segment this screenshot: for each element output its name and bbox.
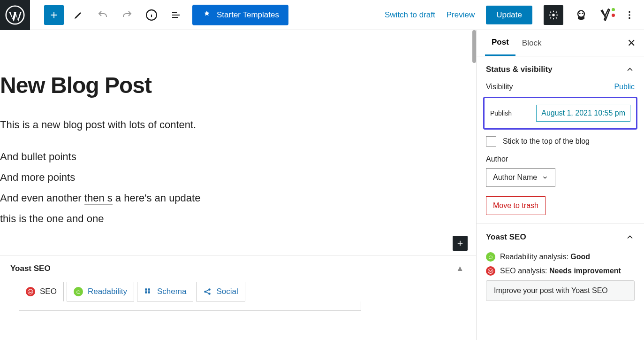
yoast-tab-seo[interactable]: ☹ SEO <box>19 282 64 301</box>
plugin-icon-1[interactable] <box>575 8 588 22</box>
yoast-metabox-title: Yoast SEO <box>10 264 51 273</box>
paragraph[interactable]: this is the one and one <box>0 211 476 227</box>
yoast-tab-schema[interactable]: Schema <box>137 282 193 301</box>
seo-analysis-row[interactable]: ☹ SEO analysis: Needs improvement <box>486 266 635 276</box>
visibility-value[interactable]: Public <box>614 83 635 91</box>
sticky-label: Stick to the top of the blog <box>503 137 590 146</box>
yoast-sidebar-panel: Yoast SEO ☺ Readability analysis: Good ☹… <box>477 224 644 309</box>
toolbar-left: Starter Templates <box>30 5 288 25</box>
wordpress-logo[interactable] <box>0 0 30 30</box>
svg-point-4 <box>579 12 581 14</box>
toolbar-right: Switch to draft Preview Update <box>385 5 644 25</box>
yoast-tab-readability[interactable]: ☺ Readability <box>67 282 134 301</box>
svg-point-6 <box>629 11 630 13</box>
yoast-icon[interactable] <box>599 8 613 22</box>
sidebar-tab-post[interactable]: Post <box>485 30 515 56</box>
publish-row-highlighted: Publish August 1, 2021 10:55 pm <box>483 97 637 130</box>
add-block-inline-button[interactable] <box>453 236 468 251</box>
chevron-up-icon <box>625 232 635 242</box>
paragraph[interactable]: And more points <box>0 170 476 185</box>
svg-point-2 <box>552 14 555 16</box>
switch-to-draft-link[interactable]: Switch to draft <box>385 10 435 20</box>
visibility-row: Visibility Public <box>486 83 635 91</box>
preview-link[interactable]: Preview <box>447 10 475 20</box>
visibility-label: Visibility <box>486 83 513 91</box>
sidebar-tabs: Post Block ✕ <box>477 30 644 56</box>
svg-rect-11 <box>145 292 147 294</box>
undo-icon[interactable] <box>93 5 113 25</box>
author-label: Author <box>486 155 635 163</box>
yoast-panel-header[interactable]: Yoast SEO <box>486 232 635 242</box>
sidebar-tab-block[interactable]: Block <box>515 31 548 55</box>
svg-rect-10 <box>148 289 150 291</box>
svg-point-5 <box>582 12 583 14</box>
chevron-down-icon <box>542 174 548 181</box>
status-panel-header[interactable]: Status & visibility <box>486 65 635 74</box>
redo-icon[interactable] <box>117 5 137 25</box>
yoast-tabs: ☹ SEO ☺ Readability Schema Social <box>0 282 476 301</box>
yoast-metabox: Yoast SEO ▲ ☹ SEO ☺ Readability Schema <box>0 255 476 311</box>
settings-button[interactable] <box>544 5 563 25</box>
grid-icon <box>144 287 152 296</box>
status-visibility-panel: Status & visibility Visibility Public Pu… <box>477 56 644 224</box>
svg-point-3 <box>578 10 584 17</box>
collapse-icon: ▲ <box>456 264 464 273</box>
happy-face-icon: ☺ <box>74 287 83 296</box>
scrollbar[interactable] <box>472 30 476 63</box>
publish-date-button[interactable]: August 1, 2021 10:55 pm <box>536 105 630 122</box>
more-options-icon[interactable] <box>624 10 635 20</box>
paragraph[interactable]: And even another then s a here's an upda… <box>0 190 476 206</box>
paragraph[interactable]: And bullet points <box>0 149 476 165</box>
author-select[interactable]: Author Name <box>486 168 555 187</box>
publish-label: Publish <box>490 109 512 117</box>
info-icon[interactable] <box>142 5 161 25</box>
starter-templates-button[interactable]: Starter Templates <box>192 5 288 25</box>
readability-analysis-row[interactable]: ☺ Readability analysis: Good <box>486 252 635 262</box>
sad-face-icon: ☹ <box>26 287 35 296</box>
chevron-up-icon <box>625 65 635 74</box>
update-button[interactable]: Update <box>486 6 532 24</box>
happy-face-icon: ☺ <box>486 252 495 262</box>
move-to-trash-button[interactable]: Move to trash <box>486 196 546 215</box>
close-sidebar-button[interactable]: ✕ <box>627 37 636 49</box>
sad-face-icon: ☹ <box>486 266 495 276</box>
outline-icon[interactable] <box>166 5 186 25</box>
yoast-tab-social[interactable]: Social <box>196 282 245 301</box>
svg-rect-9 <box>145 289 147 291</box>
settings-sidebar: Post Block ✕ Status & visibility Visibil… <box>476 30 644 340</box>
sticky-row: Stick to the top of the blog <box>486 136 635 147</box>
sticky-checkbox[interactable] <box>486 136 496 147</box>
editor-canvas[interactable]: New Blog Post This is a new blog post wi… <box>0 30 476 340</box>
post-content[interactable]: This is a new blog post with lots of con… <box>0 117 476 227</box>
improve-post-button[interactable]: Improve your post with Yoast SEO <box>486 280 635 301</box>
svg-point-7 <box>629 14 630 16</box>
post-title[interactable]: New Blog Post <box>0 72 476 98</box>
top-toolbar: Starter Templates Switch to draft Previe… <box>0 0 644 30</box>
svg-point-8 <box>629 17 630 19</box>
paragraph[interactable]: This is a new blog post with lots of con… <box>0 117 476 133</box>
author-value: Author Name <box>493 173 537 182</box>
edit-icon[interactable] <box>68 5 88 25</box>
yoast-metabox-header[interactable]: Yoast SEO ▲ <box>0 255 476 282</box>
starter-templates-label: Starter Templates <box>217 10 279 20</box>
main-area: New Blog Post This is a new blog post wi… <box>0 30 644 340</box>
svg-rect-12 <box>148 292 150 294</box>
share-icon <box>203 287 212 296</box>
add-block-button[interactable] <box>44 5 64 25</box>
